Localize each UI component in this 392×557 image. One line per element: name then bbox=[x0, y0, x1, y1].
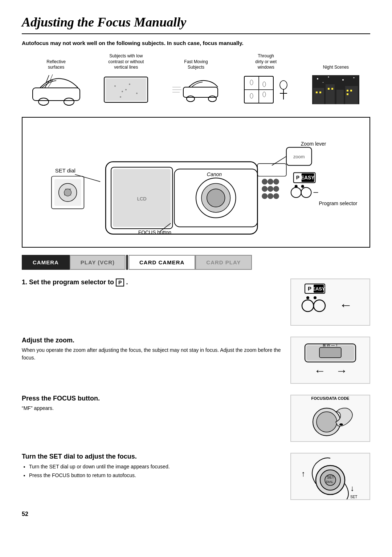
subject-through-window: Throughdirty or wetwindows bbox=[235, 53, 297, 106]
page-number: 52 bbox=[22, 511, 370, 517]
svg-rect-34 bbox=[326, 84, 335, 104]
svg-point-9 bbox=[120, 96, 121, 98]
svg-text:EASY: EASY bbox=[301, 175, 315, 180]
svg-rect-41 bbox=[347, 90, 348, 92]
subject-reflective-label: Reflectivesurfaces bbox=[46, 59, 66, 70]
tab-card-play[interactable]: CARD PLAY bbox=[195, 255, 252, 270]
p-symbol: P bbox=[116, 278, 124, 286]
svg-text:SET: SET bbox=[327, 475, 334, 479]
step-4-image: SET DIAL ↑ ↓ SET bbox=[290, 453, 370, 500]
step-4-bullet-1: Turn the SET dial up or down until the i… bbox=[29, 463, 283, 471]
svg-point-63 bbox=[273, 193, 279, 199]
svg-rect-37 bbox=[316, 92, 318, 93]
svg-point-6 bbox=[122, 91, 123, 92]
camera-diagram-box: SET dial LCD Canon bbox=[22, 117, 370, 248]
step-3-content: Press the FOCUS button. “MF” appears. bbox=[22, 395, 283, 412]
reflective-illustration bbox=[31, 73, 82, 106]
svg-point-75 bbox=[291, 187, 301, 198]
tab-card-camera[interactable]: CARD CAMERA bbox=[128, 255, 195, 270]
svg-text:SET dial: SET dial bbox=[55, 167, 75, 174]
svg-point-57 bbox=[273, 179, 279, 184]
step-2-content: Adjust the zoom. When you operate the zo… bbox=[22, 337, 283, 362]
svg-point-28 bbox=[317, 78, 318, 80]
svg-point-31 bbox=[354, 77, 355, 78]
svg-rect-38 bbox=[319, 92, 321, 93]
step-1-content: 1. Set the program selector to P . bbox=[22, 278, 283, 289]
tab-camera[interactable]: CAMERA bbox=[22, 255, 70, 270]
step-4-heading: Turn the SET dial to adjust the focus. bbox=[22, 453, 283, 460]
tab-play-vcr[interactable]: PLAY (VCR) bbox=[70, 255, 126, 270]
svg-point-56 bbox=[268, 179, 273, 184]
camera-diagram-svg: SET dial LCD Canon bbox=[33, 126, 359, 238]
svg-text:zoom: zoom bbox=[293, 154, 305, 159]
svg-rect-43 bbox=[347, 93, 348, 95]
svg-point-55 bbox=[262, 179, 268, 184]
step-4-bullet-2: Press the FOCUS button to return to auto… bbox=[29, 471, 283, 480]
svg-text:Program selector: Program selector bbox=[319, 200, 357, 206]
svg-point-2 bbox=[64, 98, 74, 105]
step-4-bullets: Turn the SET dial up or down until the i… bbox=[22, 463, 283, 480]
step-2-image: ⊠ W — T ← → bbox=[290, 337, 370, 384]
svg-text:P: P bbox=[308, 285, 311, 292]
subject-through-window-label: Throughdirty or wetwindows bbox=[255, 53, 277, 70]
svg-point-105 bbox=[339, 423, 343, 426]
svg-point-15 bbox=[187, 96, 195, 102]
svg-text:→: → bbox=[336, 364, 347, 377]
step-1-image: P EASY ← bbox=[290, 278, 370, 326]
svg-line-67 bbox=[272, 156, 286, 166]
svg-rect-40 bbox=[331, 88, 333, 90]
svg-point-23 bbox=[263, 92, 266, 97]
svg-text:FOCUS button: FOCUS button bbox=[138, 229, 171, 235]
subjects-row: Reflectivesurfaces Subjects with lowcont… bbox=[22, 53, 370, 106]
step-4: Turn the SET dial to adjust the focus. T… bbox=[22, 453, 370, 500]
svg-rect-33 bbox=[313, 88, 324, 104]
subject-fast-moving-label: Fast MovingSubjects bbox=[184, 59, 208, 70]
svg-point-7 bbox=[129, 84, 130, 85]
svg-rect-99 bbox=[319, 347, 341, 358]
svg-point-94 bbox=[314, 300, 325, 312]
svg-text:←: ← bbox=[314, 364, 326, 377]
step4-illustration: SET DIAL ↑ ↓ SET bbox=[294, 453, 367, 500]
svg-rect-0 bbox=[33, 88, 80, 101]
subject-low-contrast-label: Subjects with lowcontrast or withoutvert… bbox=[108, 53, 144, 70]
step-2: Adjust the zoom. When you operate the zo… bbox=[22, 337, 370, 384]
svg-point-16 bbox=[208, 96, 216, 102]
step-2-text: When you operate the zoom after adjustin… bbox=[22, 346, 283, 362]
svg-text:DIAL: DIAL bbox=[326, 480, 333, 484]
svg-point-62 bbox=[268, 193, 273, 199]
svg-point-53 bbox=[207, 189, 225, 207]
svg-point-24 bbox=[280, 81, 287, 89]
svg-point-76 bbox=[301, 187, 311, 198]
svg-rect-64 bbox=[257, 163, 286, 176]
svg-text:Zoom lever: Zoom lever bbox=[301, 141, 326, 147]
subject-night-scenes-label: Night Scenes bbox=[323, 65, 349, 70]
svg-point-61 bbox=[262, 193, 268, 199]
svg-point-58 bbox=[262, 186, 268, 192]
svg-rect-35 bbox=[336, 90, 344, 104]
svg-text:SET: SET bbox=[350, 495, 357, 499]
svg-point-10 bbox=[125, 89, 127, 90]
step-3: Press the FOCUS button. “MF” appears. FO… bbox=[22, 395, 370, 442]
low-contrast-illustration bbox=[101, 73, 151, 106]
svg-text:↓: ↓ bbox=[350, 484, 354, 493]
step-1-heading: 1. Set the program selector to P . bbox=[22, 278, 283, 286]
svg-point-91 bbox=[306, 296, 309, 299]
subject-reflective: Reflectivesurfaces bbox=[25, 59, 87, 106]
svg-text:FOCUS/DATA CODE: FOCUS/DATA CODE bbox=[311, 396, 350, 401]
svg-point-30 bbox=[342, 79, 344, 81]
svg-text:EASY: EASY bbox=[312, 286, 325, 292]
svg-point-86 bbox=[64, 189, 72, 196]
page-title: Adjusting the Focus Manually bbox=[22, 15, 370, 30]
svg-text:P: P bbox=[296, 175, 299, 180]
svg-rect-39 bbox=[328, 88, 330, 90]
step-1: 1. Set the program selector to P . P EAS… bbox=[22, 278, 370, 326]
svg-point-93 bbox=[302, 300, 314, 312]
step-3-heading: Press the FOCUS button. bbox=[22, 395, 283, 402]
tab-bar: CAMERA PLAY (VCR) CARD CAMERA CARD PLAY bbox=[22, 255, 370, 270]
subject-fast-moving: Fast MovingSubjects bbox=[165, 59, 226, 106]
subject-low-contrast: Subjects with lowcontrast or withoutvert… bbox=[95, 53, 157, 106]
svg-text:⊠ W — T: ⊠ W — T bbox=[323, 343, 338, 347]
svg-point-104 bbox=[317, 412, 337, 432]
svg-point-92 bbox=[314, 296, 317, 299]
svg-point-8 bbox=[136, 93, 138, 94]
